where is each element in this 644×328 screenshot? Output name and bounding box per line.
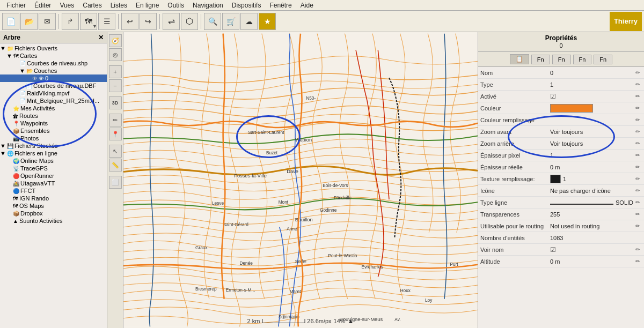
checkbox-value[interactable]: ☑: [550, 246, 556, 254]
tree-item-courbes-dbf[interactable]: 📄Courbes de niveau.DBF: [0, 82, 107, 90]
prop-value: 0 m: [550, 258, 633, 265]
tree-item-waypoints[interactable]: 📍Waypoints: [0, 120, 107, 127]
tree-item-os-maps[interactable]: 🗺OS Maps: [0, 202, 107, 210]
map-area[interactable]: Wépion Buzet Dave Fosses-la-Ville Lesve …: [123, 32, 478, 328]
edit-icon[interactable]: ✏: [633, 69, 642, 77]
item-label: RaidViking.mpvf: [27, 90, 69, 96]
zoom-in-button[interactable]: +: [109, 65, 122, 78]
zoom-triangle[interactable]: ▲: [348, 317, 354, 325]
tree-item-utagawa[interactable]: 🚵UtagawaVTT: [0, 180, 107, 187]
tree-item-layer-0[interactable]: 👁👁0: [0, 74, 107, 82]
menu-editer[interactable]: Éditer: [30, 2, 55, 9]
edit-icon[interactable]: ✏: [633, 139, 642, 148]
item-label: Dropbox: [20, 210, 43, 217]
edit-icon[interactable]: ✏: [633, 104, 642, 113]
select-button[interactable]: ↖: [109, 145, 122, 158]
tree-item-courbes-shp[interactable]: 📄Courbes de niveau.shp: [0, 59, 107, 67]
svg-text:Fündville: Fündville: [334, 196, 352, 200]
tree-item-openrunner[interactable]: 🔴OpenRunner: [0, 172, 107, 180]
user-name: Thierry: [614, 17, 638, 25]
map-3d-button[interactable]: 3D: [109, 96, 122, 109]
tree-item-fichiers-ouverts[interactable]: ▼📁Fichiers Ouverts: [0, 44, 107, 52]
menu-navigation[interactable]: Navigation: [188, 2, 228, 9]
edit-icon[interactable]: ✏: [633, 175, 642, 183]
resolution-label: 26.6m/px: [307, 318, 331, 324]
tree-item-tracegps[interactable]: 📡TraceGPS: [0, 165, 107, 172]
waypoint-button[interactable]: 📍: [109, 128, 122, 140]
route-btn2[interactable]: ⬡: [181, 13, 198, 30]
item-icon: 📦: [13, 128, 19, 134]
prop-row-15: Voir nom ☑ ✏: [478, 244, 644, 256]
menu-cartes[interactable]: Cartes: [78, 2, 106, 9]
edit-icon[interactable]: ✏: [633, 187, 642, 195]
menu-aide[interactable]: Aide: [296, 2, 318, 9]
edit-icon[interactable]: ✏: [633, 210, 642, 219]
gps-button[interactable]: ◎: [109, 48, 122, 61]
tree-item-online-maps[interactable]: 🌍Online Maps: [0, 157, 107, 165]
menu-fenetre[interactable]: Fenêtre: [265, 2, 296, 9]
props-tab-copy[interactable]: 📋: [510, 54, 529, 64]
tree-item-raidviking[interactable]: 📄RaidViking.mpvf: [0, 90, 107, 97]
prop-value: Voir toujours: [550, 129, 633, 135]
edit-icon[interactable]: ✏: [633, 151, 642, 160]
props-tab-fn2[interactable]: Fn: [552, 55, 571, 64]
tree-item-cartes[interactable]: ▼🗺Cartes: [0, 52, 107, 59]
props-tab-fn1[interactable]: Fn: [531, 55, 550, 64]
search-button[interactable]: 🔍: [204, 13, 221, 30]
cloud-button[interactable]: ☁: [240, 13, 258, 30]
tree-item-fichiers-stockes[interactable]: ▼💾Fichiers Stockés: [0, 142, 107, 150]
open-button[interactable]: 📂: [20, 13, 38, 30]
edit-icon[interactable]: ✏: [633, 163, 642, 172]
tree-item-photos[interactable]: 📷Photos: [0, 135, 107, 142]
checkbox-value[interactable]: ☑: [550, 93, 556, 100]
frame-button[interactable]: ⬜: [109, 176, 122, 189]
undo-button[interactable]: ↩: [121, 13, 138, 30]
compass-button[interactable]: 🧭: [109, 34, 122, 47]
tree-item-couches[interactable]: ▼📂Couches: [0, 67, 107, 74]
list-button[interactable]: ☰: [98, 13, 115, 30]
item-label: OS Maps: [19, 203, 44, 209]
shop-button[interactable]: 🛒: [222, 13, 239, 30]
star-button[interactable]: ★: [259, 13, 276, 30]
props-tab-fn3[interactable]: Fn: [573, 55, 592, 64]
tree-close-button[interactable]: ✕: [98, 34, 104, 41]
route-btn1[interactable]: ⇌: [163, 13, 180, 30]
tree-item-dropbox[interactable]: 📦Dropbox: [0, 210, 107, 217]
user-profile[interactable]: Thierry: [610, 12, 642, 31]
prop-value: 1: [550, 152, 633, 159]
tree-item-mnt-belgique[interactable]: 📄Mnt_Belgique_HR_25m.d...: [0, 97, 107, 105]
menu-fichier[interactable]: Fichier: [2, 2, 30, 9]
prop-row-0: Nom 0 ✏: [478, 67, 644, 79]
menu-listes[interactable]: Listes: [106, 2, 131, 9]
edit-icon[interactable]: ✏: [633, 116, 642, 124]
zoom-out-button[interactable]: −: [109, 79, 122, 92]
tree-item-suunto[interactable]: ▲Suunto Activities: [0, 217, 107, 225]
tree-item-routes[interactable]: 🛣Routes: [0, 112, 107, 120]
redo-button[interactable]: ↪: [140, 13, 157, 30]
tree-item-ensembles[interactable]: 📦Ensembles: [0, 127, 107, 135]
tree-item-ign-rando[interactable]: 🗺IGN Rando: [0, 195, 107, 202]
email-button[interactable]: ✉: [39, 13, 56, 30]
edit-icon[interactable]: ✏: [633, 222, 642, 230]
tree-item-mes-activites[interactable]: ⭐Mes Activités: [0, 105, 107, 112]
edit-icon[interactable]: ✏: [633, 198, 642, 207]
edit-icon[interactable]: ✏: [633, 257, 642, 266]
new-button[interactable]: 📄: [2, 13, 19, 30]
item-icon: 🗺: [13, 53, 19, 59]
edit-icon[interactable]: ✏: [633, 80, 642, 89]
menu-enligne[interactable]: En ligne: [131, 2, 163, 9]
menu-dispositifs[interactable]: Dispositifs: [228, 2, 266, 9]
color-swatch[interactable]: [550, 104, 593, 113]
menu-vues[interactable]: Vues: [55, 2, 78, 9]
tree-item-ffct[interactable]: 🔵FFCT: [0, 187, 107, 195]
route-draw-button[interactable]: ✏: [109, 114, 122, 126]
tree-item-fichiers-ligne[interactable]: ▼🌐Fichiers en ligne: [0, 150, 107, 157]
left-panel: Arbre ✕ ▼📁Fichiers Ouverts▼🗺Cartes📄Courb…: [0, 32, 107, 328]
menu-outils[interactable]: Outils: [163, 2, 188, 9]
track-button[interactable]: ↱: [62, 13, 79, 30]
props-tab-fn4[interactable]: Fn: [594, 55, 612, 64]
measure-button[interactable]: 📏: [109, 159, 122, 172]
edit-icon[interactable]: ✏: [633, 245, 642, 254]
edit-icon[interactable]: ✏: [633, 128, 642, 136]
edit-icon[interactable]: ✏: [633, 92, 642, 101]
